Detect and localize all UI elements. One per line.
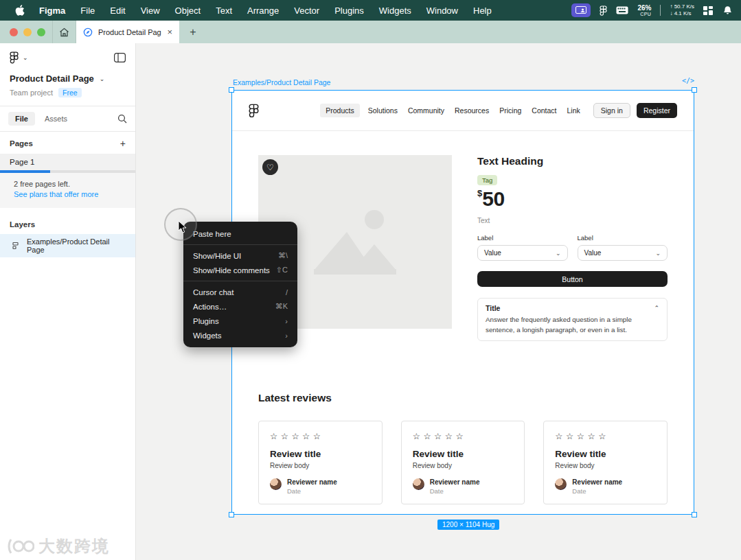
free-pages-progressbar (0, 170, 135, 173)
product-text: Text (477, 217, 668, 224)
chevron-down-icon[interactable]: ⌄ (23, 54, 28, 61)
menu-vector[interactable]: Vector (286, 5, 327, 16)
toggle-sidebar-icon[interactable] (114, 53, 126, 62)
search-icon[interactable] (117, 114, 127, 124)
star-rating-icons: ☆☆☆☆☆ (270, 431, 371, 441)
review-card: ☆☆☆☆☆ Review title Review body Reviewer … (258, 421, 383, 504)
cpu-stat[interactable]: 26% CPU (637, 4, 651, 17)
value-select-2[interactable]: Value ⌄ (578, 245, 668, 261)
minimize-window-button[interactable] (23, 28, 32, 36)
figma-logo-icon[interactable] (10, 51, 19, 64)
figma-status-icon[interactable] (600, 5, 607, 16)
selection-size-badge: 1200 × 1104 Hug (437, 520, 499, 530)
menu-edit[interactable]: Edit (102, 5, 133, 16)
file-tab-title: Product Detail Page (98, 28, 161, 36)
nav-link-link[interactable]: Link (565, 104, 582, 117)
nav-link-products[interactable]: Products (320, 104, 359, 117)
review-body: Review body (270, 462, 371, 469)
close-window-button[interactable] (10, 28, 18, 36)
free-plan-banner: 2 free pages left. See plans that offer … (0, 173, 135, 208)
new-tab-button[interactable]: + (179, 21, 207, 43)
plan-badge[interactable]: Free (58, 88, 82, 97)
menu-item-widgets[interactable]: Widgets › (183, 328, 297, 342)
tab-assets[interactable]: Assets (45, 115, 67, 123)
watermark-logo-icon (5, 537, 34, 556)
menu-arrange[interactable]: Arrange (240, 5, 286, 16)
register-button[interactable]: Register (637, 103, 677, 118)
home-tab-button[interactable] (53, 21, 76, 43)
zoom-window-button[interactable] (37, 28, 45, 36)
reviewer-avatar (270, 478, 282, 490)
pages-left-text: 2 free pages left. (14, 180, 122, 188)
file-name-title[interactable]: Product Detail Page (10, 73, 94, 84)
close-tab-icon[interactable]: × (167, 27, 172, 36)
add-page-button[interactable]: + (120, 138, 126, 149)
resize-handle-bottomright[interactable] (692, 512, 697, 517)
tab-file[interactable]: File (8, 112, 35, 126)
review-cards: ☆☆☆☆☆ Review title Review body Reviewer … (258, 421, 668, 504)
nav-link-solutions[interactable]: Solutions (366, 104, 400, 117)
menu-figma[interactable]: Figma (32, 5, 73, 16)
image-placeholder-icon (314, 205, 396, 280)
project-name[interactable]: Team project (10, 89, 53, 97)
design-logo-icon (249, 104, 259, 118)
review-title: Review title (270, 449, 371, 459)
nav-link-pricing[interactable]: Pricing (497, 104, 523, 117)
review-card: ☆☆☆☆☆ Review title Review body Reviewer … (543, 421, 668, 504)
layer-item-selected[interactable]: Examples/Product Detail Page (0, 234, 135, 257)
nav-link-contact[interactable]: Contact (529, 104, 558, 117)
file-menu-chevron-icon[interactable]: ⌄ (100, 75, 105, 82)
screen-share-icon[interactable] (571, 3, 591, 17)
menu-item-show-hide-comments[interactable]: Show/Hide comments ⇧C (183, 263, 297, 277)
window-manager-icon[interactable] (703, 6, 714, 15)
menu-item-paste-here[interactable]: Paste here (183, 226, 297, 241)
product-cta-button[interactable]: Button (477, 271, 668, 287)
network-stat[interactable]: ↑ 50.7 K/s ↓ 4.1 K/s (670, 3, 694, 16)
resize-handle-topright[interactable] (692, 87, 697, 93)
frame-name-label[interactable]: Examples/Product Detail Page (233, 78, 330, 86)
frame-icon (12, 242, 21, 250)
apple-icon[interactable] (15, 5, 25, 16)
menu-item-actions[interactable]: Actions… ⌘K (183, 299, 297, 314)
keyboard-icon[interactable] (616, 6, 628, 14)
menu-plugins[interactable]: Plugins (327, 5, 372, 16)
product-price: $50 (477, 187, 668, 211)
value-select-1[interactable]: Value ⌄ (477, 245, 568, 261)
file-tab[interactable]: Product Detail Page × (76, 21, 179, 43)
menu-help[interactable]: Help (466, 5, 499, 16)
reviewer-avatar (413, 478, 424, 490)
submenu-arrow-icon: › (285, 331, 288, 340)
menu-view[interactable]: View (133, 5, 168, 16)
review-card: ☆☆☆☆☆ Review title Review body Reviewer … (401, 421, 525, 504)
reviewer-name: Reviewer name (430, 478, 480, 486)
menu-item-cursor-chat[interactable]: Cursor chat / (183, 285, 297, 299)
layers-section-label: Layers (0, 208, 135, 234)
page-item-page1[interactable]: Page 1 (0, 154, 135, 170)
dev-mode-icon[interactable]: </> (682, 77, 694, 84)
review-date: Date (572, 487, 622, 495)
favorite-button[interactable]: ♡ (262, 159, 278, 175)
chevron-up-icon[interactable]: ⌃ (654, 305, 659, 312)
menu-object[interactable]: Object (168, 5, 209, 16)
option-field-2: Label Value ⌄ (578, 234, 668, 261)
menu-item-plugins[interactable]: Plugins › (183, 314, 297, 328)
menu-item-show-hide-ui[interactable]: Show/Hide UI ⌘\ (183, 248, 297, 263)
watermark-text: 大数跨境 (38, 535, 110, 557)
signin-button[interactable]: Sign in (593, 103, 630, 118)
menu-file[interactable]: File (73, 5, 102, 16)
reviewer-avatar (555, 478, 567, 490)
resize-handle-bottomleft[interactable] (229, 512, 234, 517)
mouse-cursor-icon (178, 220, 187, 234)
nav-link-community[interactable]: Community (406, 104, 446, 117)
resize-handle-topleft[interactable] (229, 87, 234, 93)
field-label: Label (477, 234, 568, 242)
nav-link-resources[interactable]: Resources (453, 104, 491, 117)
faq-accordion[interactable]: Title ⌃ Answer the frequently asked ques… (477, 298, 668, 341)
menu-widgets[interactable]: Widgets (372, 5, 419, 16)
menu-window[interactable]: Window (419, 5, 466, 16)
notification-bell-icon[interactable] (722, 5, 733, 16)
selected-frame[interactable]: Products Solutions Community Resources P… (231, 90, 694, 515)
menu-text[interactable]: Text (208, 5, 240, 16)
see-plans-link[interactable]: See plans that offer more (14, 190, 122, 198)
faq-title: Title (486, 304, 500, 312)
